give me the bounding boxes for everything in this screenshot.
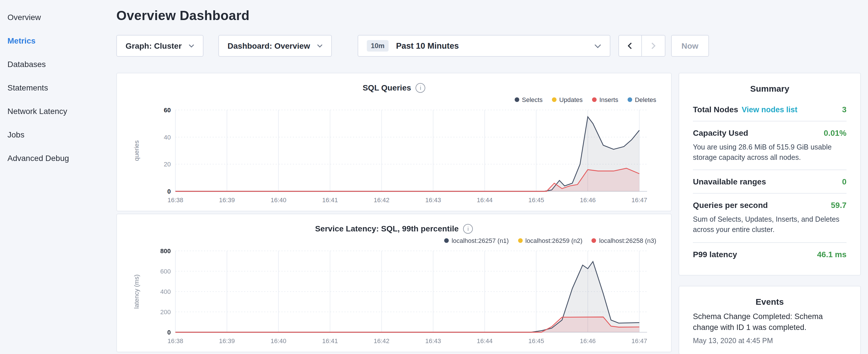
- legend-dot-icon: [518, 238, 522, 243]
- sidebar-item-statements[interactable]: Statements: [7, 76, 116, 100]
- svg-text:16:39: 16:39: [219, 337, 235, 345]
- legend-label: localhost:26258 (n3): [599, 237, 656, 244]
- summary-value: 0.01%: [824, 128, 846, 137]
- chart-legend: localhost:26257 (n1)localhost:26259 (n2)…: [131, 236, 656, 245]
- legend-label: Deletes: [635, 96, 656, 103]
- service-latency-chart: 16:3816:3916:4016:4116:4216:4316:4416:45…: [131, 246, 657, 348]
- summary-title: Summary: [693, 84, 846, 93]
- svg-text:16:41: 16:41: [322, 196, 338, 204]
- chevron-down-icon: [594, 44, 601, 48]
- info-icon[interactable]: i: [416, 83, 426, 93]
- events-panel: Events Schema Change Completed: Schema c…: [679, 286, 861, 354]
- chart-title: Service Latency: SQL, 99th percentile: [315, 224, 459, 233]
- svg-text:60: 60: [164, 106, 171, 114]
- svg-text:16:42: 16:42: [374, 337, 390, 345]
- svg-text:16:43: 16:43: [425, 196, 441, 204]
- now-button[interactable]: Now: [671, 35, 709, 57]
- event-item[interactable]: Schema Change Completed: Schema change w…: [693, 311, 846, 345]
- svg-text:16:44: 16:44: [477, 196, 493, 204]
- summary-label: Total NodesView nodes list: [693, 105, 798, 114]
- toolbar: Graph: Cluster Dashboard: Overview 10m P…: [116, 35, 861, 57]
- summary-label-text: Total Nodes: [693, 105, 738, 114]
- svg-text:queries: queries: [133, 140, 140, 161]
- chart-card-service-latency: Service Latency: SQL, 99th percentile i …: [116, 214, 672, 352]
- time-window-label: Past 10 Minutes: [396, 41, 459, 51]
- chevron-left-icon: [628, 42, 632, 49]
- chart-legend: SelectsUpdatesInsertsDeletes: [131, 95, 656, 104]
- svg-text:16:43: 16:43: [425, 337, 441, 345]
- svg-text:200: 200: [160, 309, 171, 316]
- time-step-buttons: [618, 35, 665, 57]
- info-icon[interactable]: i: [463, 224, 473, 233]
- dashboard-body: SQL Queries i SelectsUpdatesInsertsDelet…: [116, 73, 861, 354]
- sidebar-item-overview[interactable]: Overview: [7, 6, 116, 29]
- summary-value: 0: [842, 177, 846, 187]
- svg-text:16:38: 16:38: [167, 337, 183, 345]
- legend-label: Inserts: [599, 96, 618, 103]
- chart-card-sql-queries: SQL Queries i SelectsUpdatesInsertsDelet…: [116, 73, 672, 212]
- summary-value: 46.1 ms: [817, 250, 846, 259]
- summary-total-nodes: Total NodesView nodes list 3: [693, 98, 846, 122]
- summary-description: You are using 28.6 MiB of 515.9 GiB usab…: [693, 142, 846, 163]
- dashboard-selector-dropdown[interactable]: Dashboard: Overview: [218, 35, 332, 57]
- legend-item[interactable]: Deletes: [627, 95, 656, 104]
- legend-dot-icon: [592, 97, 596, 102]
- summary-label: Queries per second: [693, 201, 768, 210]
- summary-description: Sum of Selects, Updates, Inserts, and De…: [693, 215, 846, 235]
- legend-dot-icon: [444, 238, 449, 243]
- summary-value: 59.7: [831, 201, 847, 210]
- sidebar-item-jobs[interactable]: Jobs: [7, 123, 116, 147]
- summary-queries-per-second: Queries per second 59.7 Sum of Selects, …: [693, 194, 846, 243]
- legend-label: Selects: [522, 96, 542, 103]
- legend-dot-icon: [515, 97, 519, 102]
- chevron-right-icon: [651, 42, 656, 49]
- svg-text:400: 400: [160, 288, 171, 295]
- graph-selector-dropdown[interactable]: Graph: Cluster: [116, 35, 204, 57]
- summary-value: 3: [842, 105, 846, 114]
- page-title: Overview Dashboard: [116, 8, 861, 24]
- legend-item[interactable]: Updates: [552, 95, 583, 104]
- legend-item[interactable]: localhost:26258 (n3): [592, 236, 656, 245]
- dashboard-selector-label: Dashboard: Overview: [227, 41, 310, 51]
- time-forward-button[interactable]: [642, 35, 665, 57]
- svg-text:16:39: 16:39: [219, 196, 235, 204]
- summary-capacity-used: Capacity Used 0.01% You are using 28.6 M…: [693, 122, 846, 170]
- chevron-down-icon: [189, 44, 194, 47]
- sidebar-item-network-latency[interactable]: Network Latency: [7, 100, 116, 123]
- view-nodes-list-link[interactable]: View nodes list: [742, 105, 798, 114]
- svg-text:800: 800: [160, 248, 171, 255]
- right-column: Summary Total NodesView nodes list 3 Cap…: [679, 73, 861, 354]
- sidebar-item-databases[interactable]: Databases: [7, 53, 116, 76]
- svg-text:16:40: 16:40: [271, 196, 286, 204]
- sidebar-item-advanced-debug[interactable]: Advanced Debug: [7, 147, 116, 170]
- svg-text:16:47: 16:47: [631, 196, 647, 204]
- time-window-badge: 10m: [367, 40, 389, 52]
- svg-text:16:44: 16:44: [477, 337, 493, 345]
- svg-text:16:46: 16:46: [580, 196, 596, 204]
- summary-label: Capacity Used: [693, 128, 748, 137]
- svg-text:40: 40: [164, 134, 171, 141]
- svg-text:20: 20: [164, 161, 171, 168]
- svg-text:16:46: 16:46: [580, 337, 596, 345]
- svg-text:16:38: 16:38: [167, 196, 183, 204]
- legend-item[interactable]: localhost:26257 (n1): [444, 236, 509, 245]
- sidebar-item-metrics[interactable]: Metrics: [7, 29, 116, 53]
- legend-label: Updates: [559, 96, 583, 103]
- svg-text:0: 0: [167, 329, 171, 336]
- charts-column: SQL Queries i SelectsUpdatesInsertsDelet…: [116, 73, 672, 352]
- chart-title: SQL Queries: [363, 83, 411, 92]
- legend-item[interactable]: localhost:26259 (n2): [518, 236, 582, 245]
- legend-dot-icon: [592, 238, 596, 243]
- legend-item[interactable]: Selects: [515, 95, 542, 104]
- legend-item[interactable]: Inserts: [592, 95, 618, 104]
- time-range-dropdown[interactable]: 10m Past 10 Minutes: [358, 35, 610, 57]
- svg-text:16:42: 16:42: [374, 196, 390, 204]
- event-timestamp: May 13, 2020 at 4:45 PM: [693, 336, 846, 345]
- event-text: Schema Change Completed: Schema change w…: [693, 311, 846, 333]
- time-back-button[interactable]: [618, 35, 642, 57]
- sql-queries-chart: 16:3816:3916:4016:4116:4216:4316:4416:45…: [131, 105, 657, 207]
- legend-dot-icon: [552, 97, 556, 102]
- svg-text:16:41: 16:41: [322, 337, 338, 345]
- legend-dot-icon: [627, 97, 632, 102]
- summary-label: P99 latency: [693, 250, 737, 259]
